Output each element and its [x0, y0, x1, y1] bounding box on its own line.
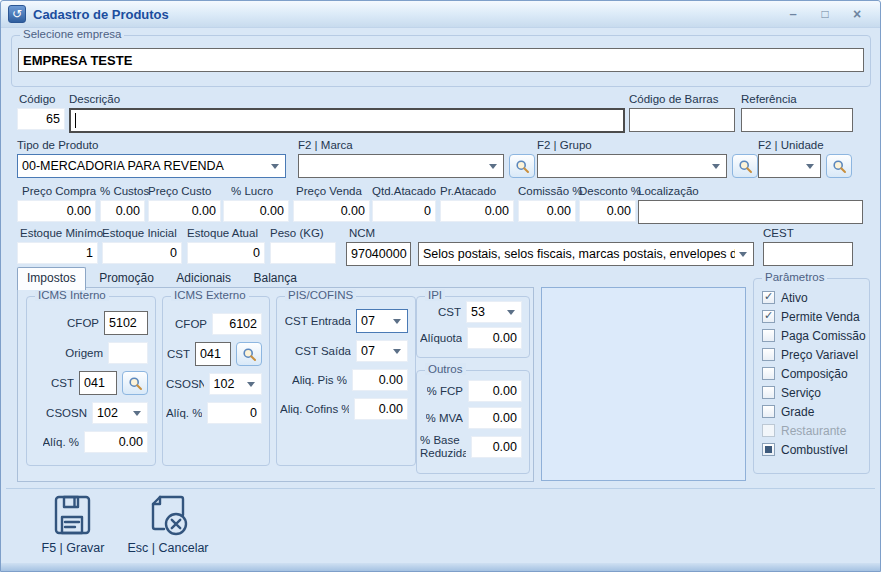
checkbox-label: Composição	[781, 367, 848, 381]
icms-externo-cfop-input[interactable]: 6102	[212, 313, 262, 335]
estoque-atual-input[interactable]: 0	[187, 242, 265, 264]
checkbox-label: Paga Comissão	[781, 329, 866, 343]
icms-interno-csosn-select[interactable]: 102	[92, 402, 148, 424]
unidade-search-button[interactable]	[826, 154, 852, 178]
chevron-down-icon	[393, 319, 401, 324]
icms-interno-group: ICMS Interno CFOP 5102 Origem CST 041	[26, 296, 156, 466]
cest-input[interactable]	[763, 242, 853, 266]
codigo-input[interactable]: 65	[17, 108, 65, 130]
preco-custo-input[interactable]: 0.00	[148, 200, 221, 222]
chevron-down-icon	[507, 310, 515, 315]
grupo-select[interactable]	[537, 154, 727, 178]
aliq-pis-input[interactable]: 0.00	[352, 369, 408, 391]
product-image-box	[541, 287, 746, 481]
icms-externo-cst-search-button[interactable]	[236, 342, 262, 366]
comissao-input[interactable]: 0.00	[518, 200, 576, 222]
ncm-descricao-select[interactable]: Selos postais, selos fiscais, marcas pos…	[418, 242, 754, 266]
fcp-input[interactable]: 0.00	[468, 380, 522, 402]
chevron-down-icon	[247, 382, 255, 387]
icms-interno-cst-input[interactable]: 041	[79, 371, 117, 395]
app-icon[interactable]: ↺	[8, 5, 26, 23]
marca-search-button[interactable]	[509, 154, 535, 178]
search-icon	[128, 376, 143, 391]
grupo-label: F2 | Grupo	[537, 139, 758, 153]
icms-interno-cst-search-button[interactable]	[122, 371, 148, 395]
maximize-icon[interactable]: □	[814, 5, 836, 23]
tab-adicionais[interactable]: Adicionais	[167, 268, 240, 288]
checkbox-unchecked-icon	[762, 405, 775, 418]
document-cancel-icon	[145, 493, 191, 537]
base-reduzida-input[interactable]: 0.00	[471, 436, 522, 458]
save-button[interactable]: F5 | Gravar	[25, 493, 121, 555]
cst-saida-select[interactable]: 07	[356, 340, 408, 362]
ipi-cst-select[interactable]: 53	[466, 301, 522, 323]
ipi-aliquota-input[interactable]: 0.00	[467, 327, 522, 349]
lucro-label: % Lucro	[223, 185, 289, 199]
chevron-down-icon	[712, 164, 720, 169]
custos-label: % Custos	[100, 185, 149, 199]
codigo-barras-input[interactable]	[629, 108, 735, 132]
checkbox-label: Serviço	[781, 386, 821, 400]
search-icon	[242, 347, 257, 362]
checkbox-grade[interactable]: Grade	[762, 405, 869, 418]
icms-externo-aliq-input[interactable]: 0	[207, 402, 262, 424]
custos-input[interactable]: 0.00	[100, 200, 145, 222]
close-icon[interactable]: ×	[846, 5, 868, 23]
icms-interno-aliq-input[interactable]: 0.00	[84, 431, 148, 453]
qtd-atacado-input[interactable]: 0	[372, 200, 436, 222]
checkbox-permite-venda[interactable]: Permite Venda	[762, 310, 869, 323]
checkbox-disabled-icon	[762, 424, 775, 437]
checkbox-servico[interactable]: Serviço	[762, 386, 869, 399]
icms-interno-origem-input[interactable]	[108, 342, 148, 364]
desconto-label: Desconto %	[579, 185, 641, 199]
tab-strip: Impostos Promoção Adicionais Balança	[17, 267, 306, 288]
estoque-minimo-input[interactable]: 1	[17, 242, 98, 264]
desconto-input[interactable]: 0.00	[579, 200, 636, 222]
descricao-label: Descrição	[69, 93, 625, 107]
descricao-input[interactable]	[69, 108, 625, 133]
minimize-icon[interactable]: –	[782, 5, 804, 23]
cst-entrada-select[interactable]: 07	[356, 309, 408, 333]
pis-cofins-group-label: PIS/COFINS	[285, 289, 356, 301]
unidade-select[interactable]	[758, 154, 821, 178]
aliq-pis-label: Aliq. Pis %	[292, 374, 347, 386]
peso-input[interactable]	[270, 242, 336, 264]
preco-venda-label: Preço Venda	[293, 185, 370, 199]
pr-atacado-input[interactable]: 0.00	[440, 200, 514, 222]
checkbox-preco-variavel[interactable]: Preço Variavel	[762, 348, 869, 361]
chevron-down-icon	[271, 164, 279, 169]
tab-balanca[interactable]: Balança	[244, 268, 305, 288]
icms-externo-cfop-label: CFOP	[175, 318, 207, 330]
lucro-input[interactable]: 0.00	[223, 200, 289, 222]
checkbox-composicao[interactable]: Composição	[762, 367, 869, 380]
mva-input[interactable]: 0.00	[468, 407, 522, 429]
icms-interno-cfop-input[interactable]: 5102	[104, 311, 148, 335]
referencia-input[interactable]	[741, 108, 853, 132]
icms-externo-csosn-select[interactable]: 102	[209, 373, 262, 395]
search-icon	[515, 159, 530, 174]
marca-select[interactable]	[298, 154, 504, 178]
tipo-produto-select[interactable]: 00-MERCADORIA PARA REVENDA	[17, 154, 286, 178]
checkbox-paga-comissao[interactable]: Paga Comissão	[762, 329, 869, 342]
estoque-inicial-input[interactable]: 0	[102, 242, 182, 264]
checkbox-combustivel[interactable]: Combustível	[762, 443, 869, 456]
icms-externo-cst-input[interactable]: 041	[195, 342, 231, 366]
comissao-label: Comissão %	[518, 185, 583, 199]
empresa-input[interactable]: EMPRESA TESTE	[18, 48, 864, 72]
chevron-down-icon	[489, 164, 497, 169]
preco-venda-input[interactable]: 0.00	[293, 200, 370, 222]
icms-interno-aliq-label: Alíq. %	[43, 436, 79, 448]
tab-impostos[interactable]: Impostos	[17, 267, 86, 290]
preco-compra-input[interactable]: 0.00	[17, 200, 96, 222]
search-icon	[832, 159, 847, 174]
localizacao-input[interactable]	[638, 200, 863, 224]
grupo-search-button[interactable]	[732, 154, 758, 178]
icms-interno-origem-label: Origem	[65, 347, 103, 359]
aliq-cofins-input[interactable]: 0.00	[354, 398, 408, 420]
ncm-input[interactable]: 97040000	[346, 242, 411, 266]
tab-promocao[interactable]: Promoção	[90, 268, 163, 288]
checkbox-ativo[interactable]: Ativo	[762, 291, 869, 304]
icms-externo-cst-label: CST	[167, 348, 190, 360]
window-bottom-edge	[1, 563, 880, 571]
cancel-button[interactable]: Esc | Cancelar	[113, 493, 223, 555]
